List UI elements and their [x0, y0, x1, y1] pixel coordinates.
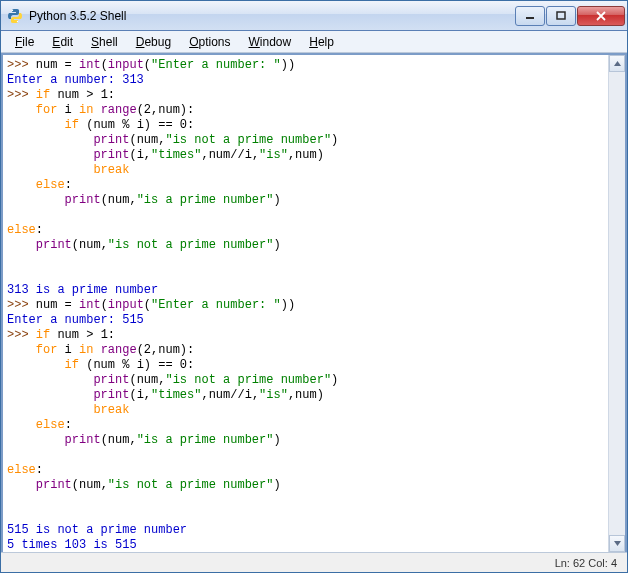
content-area: >>> num = int(input("Enter a number: "))… [1, 53, 627, 552]
scroll-up-button[interactable] [609, 55, 625, 72]
svg-point-1 [17, 20, 18, 21]
vertical-scrollbar[interactable] [608, 55, 625, 552]
menu-options[interactable]: Options [181, 33, 238, 51]
svg-point-0 [12, 9, 13, 10]
svg-rect-2 [526, 17, 534, 19]
menu-shell[interactable]: Shell [83, 33, 126, 51]
svg-rect-3 [557, 12, 565, 19]
cursor-position: Ln: 62 Col: 4 [555, 557, 617, 569]
menu-edit[interactable]: Edit [44, 33, 81, 51]
menu-debug[interactable]: Debug [128, 33, 179, 51]
minimize-button[interactable] [515, 6, 545, 26]
window-controls [515, 6, 625, 26]
menu-help[interactable]: Help [301, 33, 342, 51]
scroll-down-button[interactable] [609, 535, 625, 552]
shell-editor[interactable]: >>> num = int(input("Enter a number: "))… [3, 55, 608, 552]
maximize-button[interactable] [546, 6, 576, 26]
menu-window[interactable]: Window [241, 33, 300, 51]
menu-file[interactable]: File [7, 33, 42, 51]
statusbar: Ln: 62 Col: 4 [1, 552, 627, 572]
close-button[interactable] [577, 6, 625, 26]
menubar: File Edit Shell Debug Options Window Hel… [1, 31, 627, 53]
titlebar: Python 3.5.2 Shell [1, 1, 627, 31]
scroll-track[interactable] [609, 72, 625, 535]
python-icon [7, 8, 23, 24]
window-title: Python 3.5.2 Shell [29, 9, 515, 23]
